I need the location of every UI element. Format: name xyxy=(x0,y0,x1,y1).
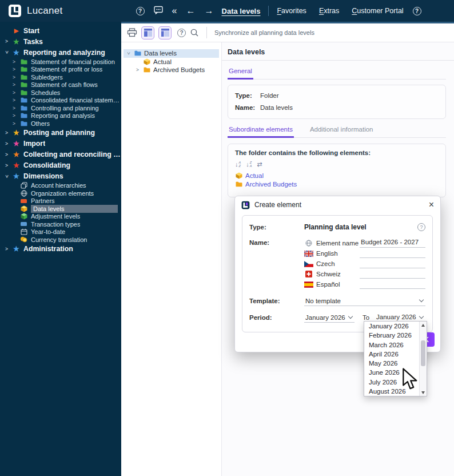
chevron-collapsed-icon[interactable]: > xyxy=(11,90,17,96)
chevron-collapsed-icon[interactable]: > xyxy=(4,152,9,157)
tab-subordinate-elements[interactable]: Subordinate elements xyxy=(228,124,294,138)
chevron-collapsed-icon[interactable]: > xyxy=(11,113,17,118)
sidebar-item-statement-of-financial-position[interactable]: >Statement of financial position xyxy=(0,58,121,66)
close-icon[interactable]: × xyxy=(429,200,434,209)
layout-panel-left-icon[interactable] xyxy=(141,26,154,39)
sidebar-item-tasks[interactable]: >★Tasks xyxy=(0,36,121,47)
tree-item-archived-budgets[interactable]: >Archived Budgets xyxy=(124,66,219,74)
sidebar-item-year-to-date[interactable]: >Year-to-date xyxy=(0,228,121,236)
back-arrow-icon[interactable]: ← xyxy=(186,6,196,15)
dropdown-option-february-2026[interactable]: February 2026 xyxy=(364,331,419,340)
sidebar-item-start[interactable]: >▶Start xyxy=(0,25,121,36)
sidebar-item-account-hierarchies[interactable]: >Account hierarchies xyxy=(0,182,121,190)
chevron-collapsed-icon[interactable]: > xyxy=(4,39,9,44)
dialog-help-icon[interactable]: ? xyxy=(417,223,425,231)
sidebar-item-partners[interactable]: >Partners xyxy=(0,197,121,205)
element-link-archived-budgets[interactable]: Archived Budgets xyxy=(235,180,439,189)
search-icon[interactable] xyxy=(190,28,199,37)
chevron-collapsed-icon[interactable]: > xyxy=(4,130,9,136)
dropdown-option-march-2026[interactable]: March 2026 xyxy=(364,340,419,350)
chevron-collapsed-icon[interactable]: > xyxy=(11,60,17,65)
chevron-collapsed-icon[interactable]: > xyxy=(11,106,17,111)
topbar-link-extras[interactable]: Extras xyxy=(319,7,339,15)
toolbar-help-icon[interactable]: ? xyxy=(177,29,186,37)
scroll-thumb[interactable] xyxy=(421,340,425,366)
tab-general[interactable]: General xyxy=(228,66,253,80)
sidebar-item-statement-of-profit-or-loss[interactable]: >Statement of profit or loss xyxy=(0,66,121,74)
element-name-input[interactable]: Budget 2026 - 2027 xyxy=(360,239,425,248)
chevron-collapsed-icon[interactable]: > xyxy=(11,82,17,88)
sidebar-item-reporting-and-analyzing[interactable]: >★Reporting and analyzing xyxy=(0,47,121,58)
chevron-collapsed-icon[interactable]: > xyxy=(4,247,9,252)
help-icon[interactable]: ? xyxy=(136,7,145,15)
dropdown-scrollbar[interactable] xyxy=(419,322,427,396)
scroll-down-icon[interactable] xyxy=(421,391,425,394)
type-row: Type: Folder xyxy=(235,90,439,102)
template-value: No template xyxy=(305,298,341,304)
sidebar-item-collecting-and-reconciling-data[interactable]: >★Collecting and reconciling data xyxy=(0,149,121,160)
feedback-chat-icon[interactable] xyxy=(154,6,163,16)
sidebar-item-currency-translation[interactable]: >Currency translation xyxy=(0,236,121,244)
dropdown-option-may-2026[interactable]: May 2026 xyxy=(364,359,419,368)
sort-custom-icon[interactable]: ⇄ xyxy=(257,161,262,168)
flag-es-icon xyxy=(304,281,313,288)
sidebar-item-consolidating[interactable]: >★Consolidating xyxy=(0,160,121,171)
cube-icon xyxy=(20,205,27,212)
element-link-actual[interactable]: Actual xyxy=(235,171,439,180)
sort-az-icon[interactable]: ↓AZ xyxy=(235,161,241,168)
dropdown-option-april-2026[interactable]: April 2026 xyxy=(364,350,419,359)
language-input-english[interactable] xyxy=(360,249,425,258)
tree-item-actual[interactable]: >Actual xyxy=(124,58,219,66)
sidebar-item-reporting-and-analysis[interactable]: >Reporting and analysis xyxy=(0,112,121,120)
current-view-title[interactable]: Data levels xyxy=(222,7,261,15)
sidebar-item-import[interactable]: >★Import xyxy=(0,138,121,149)
chevron-expanded-icon[interactable]: > xyxy=(126,51,131,56)
sidebar-item-controlling-and-planning[interactable]: >Controlling and planning xyxy=(0,104,121,112)
scroll-up-icon[interactable] xyxy=(421,324,425,327)
rect-icon xyxy=(20,199,27,203)
language-input-espa-ol[interactable] xyxy=(360,280,425,289)
layout-panel-detail-icon[interactable] xyxy=(158,26,172,39)
sidebar-item-transaction-types[interactable]: >Transaction types xyxy=(0,220,121,228)
chevron-expanded-icon[interactable]: > xyxy=(4,174,9,179)
print-icon[interactable] xyxy=(127,28,137,37)
sidebar-item-posting-and-planning[interactable]: >★Posting and planning xyxy=(0,128,121,138)
tab-additional-information[interactable]: Additional information xyxy=(309,124,375,137)
sidebar-item-consolidated-financial-statements[interactable]: >Consolidated financial statements xyxy=(0,97,121,105)
language-input-schweiz[interactable] xyxy=(360,269,425,279)
dialog-titlebar: Create element × xyxy=(235,196,440,213)
calendar-icon xyxy=(20,228,27,235)
topbar-link-favorites[interactable]: Favorites xyxy=(277,7,306,15)
sidebar-item-statement-of-cash-flows[interactable]: >Statement of cash flows xyxy=(0,81,121,89)
chevron-collapsed-icon[interactable]: > xyxy=(11,67,17,72)
sidebar-item-schedules[interactable]: >Schedules xyxy=(0,89,121,97)
chevron-collapsed-icon[interactable]: > xyxy=(4,141,9,146)
language-row-czech: Czech xyxy=(304,259,425,269)
chevron-collapsed-icon[interactable]: > xyxy=(4,163,9,168)
sort-za-icon[interactable]: ↓ZA xyxy=(246,161,252,168)
sidebar-item-subledgers[interactable]: >Subledgers xyxy=(0,73,121,81)
period-from-select[interactable]: January 2026 xyxy=(304,313,355,323)
tree-item-data-levels[interactable]: >Data levels xyxy=(124,49,219,58)
lucanet-logo-icon xyxy=(241,201,250,209)
chevron-collapsed-icon[interactable]: > xyxy=(11,121,17,126)
sidebar-item-adjustment-levels[interactable]: >Adjustment levels xyxy=(0,213,121,221)
sidebar-item-others[interactable]: >Others xyxy=(0,120,121,128)
chevron-collapsed-icon[interactable]: > xyxy=(135,68,140,73)
template-select[interactable]: No template xyxy=(304,296,425,306)
sidebar-item-dimensions[interactable]: >★Dimensions xyxy=(0,171,121,182)
sidebar-item-administration[interactable]: >★Administration xyxy=(0,244,121,255)
collapse-double-chevron-icon[interactable]: « xyxy=(172,6,177,15)
sidebar-item-organization-elements[interactable]: >Organization elements xyxy=(0,189,121,197)
forward-arrow-icon[interactable]: → xyxy=(205,6,214,15)
folder-icon xyxy=(20,90,27,96)
sidebar-item-data-levels[interactable]: >Data levels xyxy=(0,205,121,213)
sort-toolbar: ↓AZ ↓ZA ⇄ xyxy=(235,161,439,168)
dropdown-option-january-2026[interactable]: January 2026 xyxy=(364,322,419,331)
topbar-link-customer-portal[interactable]: Customer Portal xyxy=(352,7,403,15)
chevron-collapsed-icon[interactable]: > xyxy=(11,98,17,103)
chevron-collapsed-icon[interactable]: > xyxy=(11,75,17,80)
chevron-expanded-icon[interactable]: > xyxy=(4,50,9,55)
help-icon-right[interactable]: ? xyxy=(413,7,421,15)
language-input-czech[interactable] xyxy=(360,259,425,268)
